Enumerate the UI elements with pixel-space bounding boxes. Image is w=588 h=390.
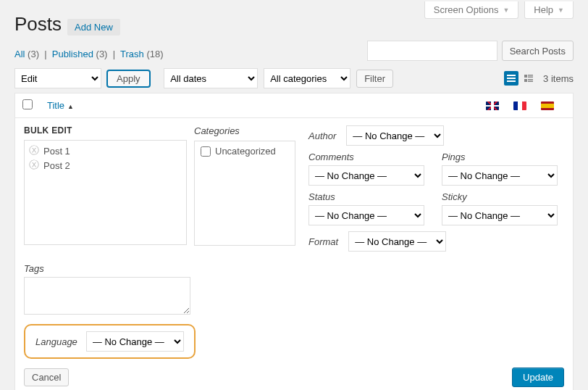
category-filter-select[interactable]: All categories	[264, 68, 350, 88]
svg-rect-6	[524, 79, 527, 82]
pings-label: Pings	[442, 152, 558, 162]
screen-options-label: Screen Options	[434, 4, 499, 15]
filter-all-count: (3)	[28, 49, 39, 59]
column-title[interactable]: Title	[47, 100, 74, 111]
items-count: 3 items	[543, 73, 574, 84]
author-select[interactable]: — No Change —	[346, 125, 444, 146]
categories-listbox[interactable]: Uncategorized	[194, 141, 295, 246]
help-tab[interactable]: Help	[524, 1, 574, 19]
category-option: Uncategorized	[201, 146, 289, 157]
flag-es-icon[interactable]	[541, 101, 554, 110]
sticky-label: Sticky	[442, 191, 558, 202]
apply-button[interactable]: Apply	[107, 70, 150, 87]
cancel-button[interactable]: Cancel	[24, 368, 69, 386]
view-excerpt-icon[interactable]	[521, 71, 536, 86]
comments-select[interactable]: — No Change —	[308, 165, 424, 186]
status-label: Status	[308, 191, 424, 202]
svg-rect-2	[507, 80, 516, 82]
comments-label: Comments	[308, 152, 424, 162]
posts-table: Title BULK EDIT ⓧ Po	[14, 93, 574, 390]
bulk-post-label: Post 2	[43, 160, 70, 171]
svg-rect-0	[507, 75, 516, 76]
list-item: ⓧ Post 1	[29, 144, 182, 158]
author-label: Author	[308, 130, 336, 141]
filter-all[interactable]: All	[14, 49, 25, 59]
update-button[interactable]: Update	[512, 368, 564, 387]
filter-button[interactable]: Filter	[356, 70, 393, 88]
bulk-action-select[interactable]: Edit	[14, 68, 101, 88]
select-all-checkbox[interactable]	[22, 99, 33, 109]
bulk-edit-heading: BULK EDIT	[24, 125, 187, 136]
list-item: ⓧ Post 2	[29, 158, 182, 173]
svg-rect-4	[528, 75, 533, 76]
tags-input[interactable]	[24, 277, 190, 315]
bulk-post-label: Post 1	[43, 146, 70, 157]
sticky-select[interactable]: — No Change —	[442, 205, 558, 225]
pings-select[interactable]: — No Change —	[442, 165, 558, 186]
svg-rect-1	[507, 78, 516, 79]
filter-published[interactable]: Published	[52, 49, 93, 59]
language-select[interactable]: — No Change —	[86, 331, 184, 352]
format-select[interactable]: — No Change —	[348, 231, 446, 252]
format-label: Format	[308, 236, 338, 247]
category-checkbox[interactable]	[201, 146, 211, 157]
svg-rect-3	[524, 75, 527, 78]
svg-rect-5	[528, 77, 533, 78]
view-list-icon[interactable]	[504, 71, 518, 86]
filter-trash[interactable]: Trash	[120, 49, 144, 59]
svg-rect-8	[528, 81, 533, 83]
date-filter-select[interactable]: All dates	[164, 68, 258, 88]
filter-trash-count: (18)	[146, 49, 163, 59]
filter-published-count: (3)	[96, 49, 108, 59]
category-option-label: Uncategorized	[215, 146, 276, 157]
language-highlight: Language — No Change —	[24, 324, 196, 359]
tags-label: Tags	[24, 263, 564, 274]
page-title: Posts	[14, 13, 62, 36]
language-label: Language	[35, 336, 77, 347]
remove-icon[interactable]: ⓧ	[29, 144, 39, 157]
status-select[interactable]: — No Change —	[308, 205, 424, 225]
search-posts-button[interactable]: Search Posts	[502, 41, 574, 61]
remove-icon[interactable]: ⓧ	[29, 159, 39, 172]
screen-options-tab[interactable]: Screen Options	[424, 1, 519, 19]
bulk-edit-panel: BULK EDIT ⓧ Post 1 ⓧ Post 2	[15, 118, 573, 390]
flag-en-icon[interactable]	[486, 101, 499, 110]
add-new-button[interactable]: Add New	[67, 19, 120, 36]
svg-rect-7	[528, 79, 533, 80]
search-input[interactable]	[367, 41, 497, 61]
bulk-posts-listbox[interactable]: ⓧ Post 1 ⓧ Post 2	[24, 140, 187, 245]
categories-label: Categories	[194, 125, 295, 136]
flag-fr-icon[interactable]	[513, 101, 526, 110]
help-label: Help	[534, 4, 553, 15]
